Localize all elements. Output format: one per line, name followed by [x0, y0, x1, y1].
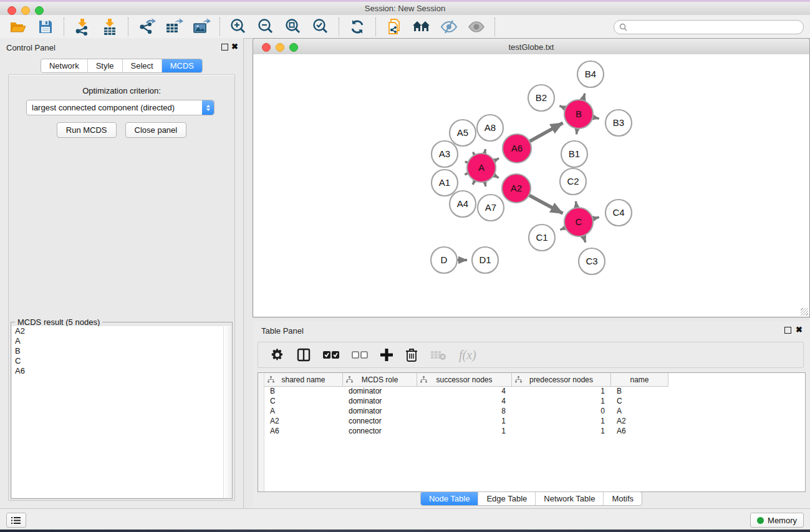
table-row[interactable]: Bdominator41B [264, 386, 805, 396]
export-image-icon[interactable] [191, 17, 212, 36]
table-body: Bdominator41BCdominator41CAdominator80AA… [264, 386, 805, 491]
tab-mcds[interactable]: MCDS [162, 59, 202, 72]
search-input[interactable] [614, 20, 804, 34]
table-cell: 1 [417, 426, 512, 436]
zoom-selected-icon[interactable] [310, 17, 331, 36]
zoom-out-icon[interactable] [255, 17, 276, 36]
node-label-B1: B1 [569, 148, 580, 159]
mcds-result-list[interactable]: A2ABCA6 [12, 326, 231, 498]
mcds-result-title: MCDS result (5 nodes) [15, 317, 102, 327]
table-cell: C [264, 396, 343, 406]
refresh-icon[interactable] [347, 17, 368, 36]
float-table-panel-icon[interactable] [784, 327, 791, 334]
tab-style[interactable]: Style [87, 59, 122, 72]
node-label-B: B [576, 109, 582, 119]
tab-motifs[interactable]: Motifs [603, 492, 642, 505]
close-panel-button[interactable]: Close panel [125, 122, 187, 138]
control-panel-header: Control Panel ✖ [0, 38, 243, 56]
table-cell: 1 [512, 426, 611, 436]
mcds-result-item[interactable]: B [12, 346, 231, 356]
list-icon [11, 516, 21, 525]
node-label-A3: A3 [439, 148, 450, 159]
zoom-fit-icon[interactable] [282, 17, 304, 36]
node-label-A8: A8 [485, 122, 496, 133]
network-window-title: testGlobe.txt [253, 42, 809, 52]
mcds-result-item[interactable]: A6 [12, 366, 231, 376]
open-session-icon[interactable] [7, 17, 29, 36]
task-history-button[interactable] [6, 513, 26, 528]
save-session-icon[interactable] [35, 17, 56, 36]
table-cell: A2 [611, 416, 668, 426]
status-bar: Memory [0, 508, 810, 530]
mcds-result-item[interactable]: A [12, 336, 231, 346]
table-cell: C [611, 396, 668, 406]
add-icon[interactable] [380, 347, 393, 363]
eye-slash-icon[interactable] [438, 17, 460, 36]
mcds-result-item[interactable]: C [12, 356, 231, 366]
column-header-MCDS-role[interactable]: MCDS role [343, 373, 417, 386]
toolbar-group-zoom [220, 17, 339, 36]
table-row[interactable]: A6connector11A6 [264, 426, 805, 436]
memory-status-icon [757, 517, 764, 524]
table-row[interactable]: Adominator80A [264, 406, 805, 416]
table-cell: A [264, 406, 343, 416]
select-all-icon[interactable] [323, 347, 339, 363]
tab-network[interactable]: Network [41, 59, 87, 72]
table-cell: dominator [343, 406, 417, 416]
app-titlebar[interactable]: Session: New Session [0, 2, 810, 16]
clone-network-icon[interactable] [383, 17, 405, 36]
import-network-icon[interactable] [72, 17, 93, 36]
network-window-titlebar[interactable]: testGlobe.txt [253, 38, 810, 56]
close-panel-icon[interactable]: ✖ [231, 42, 238, 51]
delete-icon[interactable] [405, 347, 418, 363]
home-icon[interactable] [411, 17, 432, 36]
deselect-all-icon[interactable] [352, 347, 368, 363]
table-panel-header: Table Panel ✖ [253, 321, 810, 339]
node-label-A6: A6 [511, 143, 523, 153]
import-table-icon[interactable] [99, 17, 120, 36]
table-cell: A6 [264, 426, 343, 436]
node-table[interactable]: shared nameMCDS rolesuccessor nodesprede… [258, 372, 806, 492]
table-header-row: shared nameMCDS rolesuccessor nodesprede… [264, 373, 668, 387]
toolbar-group-import [64, 17, 128, 36]
node-label-A5: A5 [457, 127, 468, 138]
export-table-icon[interactable] [163, 17, 185, 36]
zoom-in-icon[interactable] [228, 17, 249, 36]
columns-icon[interactable] [297, 347, 311, 363]
tab-edge-table[interactable]: Edge Table [478, 492, 535, 505]
run-mcds-button[interactable]: Run MCDS [57, 122, 117, 138]
mcds-result-item[interactable]: A2 [12, 326, 231, 336]
export-network-icon[interactable] [136, 17, 157, 36]
node-label-C2: C2 [567, 176, 579, 186]
column-header-name[interactable]: name [611, 373, 668, 386]
tab-node-table[interactable]: Node Table [421, 492, 478, 505]
scrollbar[interactable] [223, 327, 232, 498]
node-label-C4: C4 [612, 207, 624, 218]
optimization-criterion-label: Optimization criterion: [9, 86, 234, 95]
memory-button[interactable]: Memory [750, 513, 804, 528]
table-toolbar: f(x) [258, 342, 804, 368]
tab-network-table[interactable]: Network Table [535, 492, 603, 505]
criterion-dropdown[interactable]: largest connected component (directed) [26, 100, 215, 115]
network-view-window: testGlobe.txt AA1A2A3A4A5A6A7A8BB1B2B3B4… [253, 38, 810, 318]
table-row[interactable]: Cdominator41C [264, 396, 805, 406]
delete-table-icon[interactable] [430, 347, 446, 363]
function-builder-icon[interactable]: f(x) [459, 347, 476, 363]
gear-icon[interactable] [271, 347, 284, 363]
application-window: Session: New Session [0, 0, 810, 532]
close-table-panel-icon[interactable]: ✖ [796, 325, 803, 334]
resize-grip[interactable] [801, 308, 808, 316]
column-header-predecessor-nodes[interactable]: predecessor nodes [512, 373, 611, 386]
node-label-D1: D1 [479, 254, 491, 265]
table-row[interactable]: A2connector11A2 [264, 416, 805, 426]
network-graph[interactable]: AA1A2A3A4A5A6A7A8BB1B2B3B4CC1C2C3C4DD1 [253, 54, 809, 317]
search-icon [619, 23, 627, 31]
column-header-successor-nodes[interactable]: successor nodes [417, 373, 512, 386]
table-cell: connector [343, 416, 417, 426]
float-panel-icon[interactable] [221, 44, 228, 51]
tab-select[interactable]: Select [122, 59, 162, 72]
network-canvas[interactable]: AA1A2A3A4A5A6A7A8BB1B2B3B4CC1C2C3C4DD1 [253, 54, 810, 317]
eye-icon[interactable] [466, 17, 487, 36]
column-header-shared-name[interactable]: shared name [264, 373, 343, 386]
control-panel-tabs: NetworkStyleSelectMCDS [41, 59, 203, 73]
